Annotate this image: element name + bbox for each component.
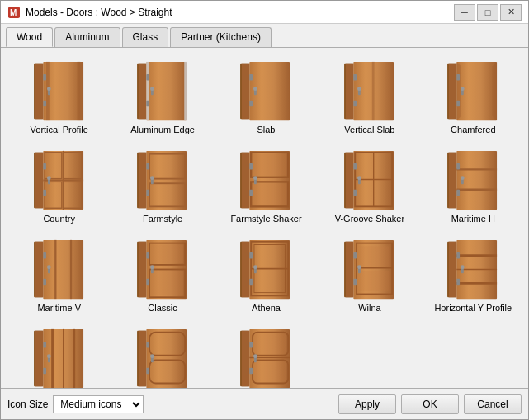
svg-rect-154	[43, 368, 46, 375]
svg-rect-24	[250, 101, 253, 107]
svg-point-115	[150, 265, 154, 269]
grid-item-vertical-slab[interactable]: Vertical Slab	[318, 54, 421, 140]
svg-rect-70	[253, 154, 287, 176]
grid-item-v-groove-shaker[interactable]: V-Groove Shaker	[318, 144, 421, 229]
svg-rect-23	[250, 74, 253, 81]
grid-item-aluminum-edge[interactable]: Aluminum Edge	[111, 54, 214, 140]
item-label-vertical-slab: Vertical Slab	[344, 125, 394, 134]
svg-rect-111	[151, 271, 183, 295]
svg-rect-74	[250, 190, 253, 196]
grid-item-classic[interactable]: Classic	[111, 233, 214, 319]
item-label-aluminum-edge: Aluminum Edge	[130, 125, 195, 134]
door-preview-maritime-v	[26, 238, 92, 300]
grid-item-country[interactable]: Country	[7, 144, 111, 229]
svg-rect-123	[250, 279, 253, 286]
svg-rect-30	[372, 62, 375, 120]
svg-rect-138	[449, 242, 456, 298]
svg-point-56	[47, 176, 51, 180]
item-label-wilna: Wilna	[358, 303, 381, 313]
window-controls: ─ □ ✕	[454, 4, 522, 21]
svg-rect-62	[146, 163, 149, 170]
item-label-classic: Classic	[148, 303, 177, 313]
icon-size-select[interactable]: Medium icons Small icons Large icons	[53, 395, 144, 413]
svg-rect-58	[139, 153, 146, 209]
svg-rect-16	[146, 74, 149, 81]
grid-item-wilna[interactable]: Wilna	[318, 233, 421, 319]
cancel-button[interactable]: Cancel	[464, 394, 522, 414]
svg-rect-21	[242, 64, 249, 120]
svg-rect-113	[146, 279, 149, 286]
grid-item-farmstyle-shaker[interactable]: Farmstyle Shaker	[215, 144, 318, 229]
svg-rect-133	[353, 252, 357, 259]
tab-aluminum[interactable]: Aluminum	[54, 27, 120, 47]
tab-bar: Wood Aluminum Glass Partner (Kitchens)	[1, 24, 528, 48]
svg-rect-36	[449, 64, 456, 120]
svg-rect-153	[43, 342, 46, 348]
item-label-slab: Slab	[257, 125, 275, 134]
ok-button[interactable]: OK	[401, 394, 459, 414]
item-scroll-container[interactable]: Vertical Profile	[1, 48, 528, 388]
svg-text:M: M	[10, 8, 17, 17]
svg-point-65	[150, 176, 154, 180]
item-grid: Vertical Profile	[7, 54, 525, 388]
svg-rect-63	[146, 190, 149, 196]
content-area: Vertical Profile	[1, 48, 528, 388]
grid-item-vertical-y-profile[interactable]: Vertical Y Profile	[7, 322, 111, 388]
svg-point-86	[357, 176, 361, 180]
tab-wood[interactable]: Wood	[6, 27, 53, 47]
door-preview-farmstyle	[130, 149, 196, 211]
grid-item-chamfered[interactable]: Chamfered	[422, 54, 525, 140]
svg-point-95	[461, 176, 465, 180]
icon-size-label: Icon Size	[7, 399, 48, 410]
grid-item-athena[interactable]: Athena	[215, 233, 318, 319]
item-label-athena: Athena	[252, 303, 281, 313]
grid-item-maritime-h[interactable]: Maritime H	[422, 144, 525, 229]
svg-rect-67	[242, 153, 249, 209]
maximize-button[interactable]: □	[477, 4, 498, 21]
svg-rect-127	[346, 242, 353, 298]
svg-rect-73	[250, 163, 253, 170]
door-preview-athena	[233, 238, 299, 300]
window-title: Models - Doors : Wood > Straight	[26, 7, 172, 18]
grid-item-maritime-v[interactable]: Maritime V	[7, 233, 111, 319]
svg-rect-172	[254, 361, 286, 381]
svg-rect-17	[146, 101, 149, 107]
svg-point-156	[47, 354, 51, 358]
door-preview-v-groove-shaker	[337, 149, 403, 211]
svg-rect-106	[139, 242, 146, 298]
tab-glass[interactable]: Glass	[122, 27, 169, 47]
svg-point-136	[357, 265, 361, 269]
door-preview-vertical-slab	[337, 60, 403, 122]
svg-rect-40	[457, 74, 461, 81]
svg-rect-117	[242, 242, 249, 298]
door-preview-horizontal-y-profile	[440, 238, 506, 300]
svg-rect-28	[346, 64, 353, 120]
grid-item-horizontal-y-profile[interactable]: Horizontal Y Profile	[422, 233, 525, 319]
svg-point-146	[461, 265, 465, 269]
item-label-farmstyle-shaker: Farmstyle Shaker	[230, 214, 301, 224]
svg-rect-41	[457, 101, 461, 107]
svg-rect-132	[360, 271, 390, 290]
grid-item-provence[interactable]: Provence	[111, 322, 214, 388]
grid-item-farmstyle[interactable]: Farmstyle	[111, 144, 214, 229]
door-preview-classic	[130, 238, 196, 300]
close-button[interactable]: ✕	[500, 4, 522, 21]
apply-button[interactable]: Apply	[338, 394, 396, 414]
svg-rect-92	[457, 163, 461, 170]
door-preview-configurable-provence	[233, 328, 299, 388]
svg-marker-38	[457, 62, 462, 120]
door-preview-slab	[233, 60, 299, 122]
tab-partner[interactable]: Partner (Kitchens)	[170, 27, 272, 47]
svg-rect-14	[146, 62, 149, 120]
grid-item-configurable-provence[interactable]: Configurable Provence	[215, 322, 318, 388]
svg-rect-143	[457, 252, 461, 259]
svg-rect-53	[43, 163, 46, 170]
minimize-button[interactable]: ─	[454, 4, 475, 21]
svg-rect-83	[353, 163, 357, 170]
svg-rect-134	[353, 279, 357, 286]
grid-item-slab[interactable]: Slab	[215, 54, 318, 140]
grid-item-vertical-profile[interactable]: Vertical Profile	[7, 54, 111, 140]
door-preview-wilna	[337, 238, 403, 300]
item-label-farmstyle: Farmstyle	[143, 214, 182, 224]
svg-rect-144	[457, 279, 461, 286]
